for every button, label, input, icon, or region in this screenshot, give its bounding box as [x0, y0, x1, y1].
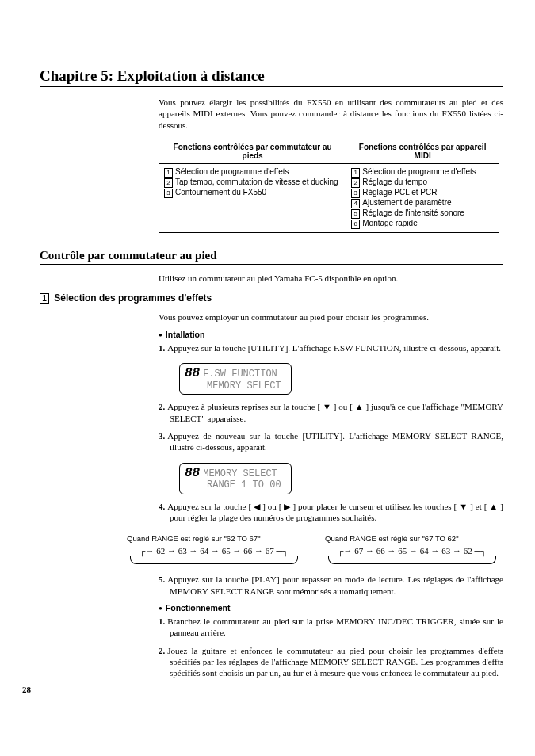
page-number: 28 — [22, 685, 31, 694]
func-step-2: 2.Jouez la guitare et enfoncez le commut… — [159, 645, 503, 679]
range-label-left: Quand RANGE est réglé sur "62 TO 67" — [127, 534, 301, 543]
install-step-4: 4.Appuyez sur la touche [ ◀ ] ou [ ▶ ] p… — [159, 501, 503, 524]
left-item-1: Sélection de programme d'effets — [175, 167, 289, 176]
table-cell-right: 1Sélection de programme d'effets 2Réglag… — [346, 163, 499, 232]
manual-page: Chapitre 5: Exploitation à distance Vous… — [0, 0, 535, 708]
chapter-intro: Vous pouvez élargir les possibilités du … — [159, 97, 503, 131]
left-item-3: Contournement du FX550 — [175, 188, 266, 197]
right-item-2: Réglage du tempo — [362, 178, 427, 186]
right-item-6: Montage rapide — [362, 219, 418, 227]
range-label-right: Quand RANGE est réglé sur "67 TO 62" — [325, 534, 499, 543]
install-step-1: 1.Appuyez sur la touche [UTILITY]. L'aff… — [159, 342, 503, 353]
table-header-right: Fonctions contrôlées par appareil MIDI — [346, 139, 499, 163]
section-title: Contrôle par commutateur au pied — [40, 249, 503, 262]
lcd-display-2: 88MEMORY SELECT RANGE 1 TO 00 — [179, 463, 292, 494]
functions-table: Fonctions contrôlées par commutateur au … — [159, 139, 499, 233]
lcd-display-1: 88F.SW FUNCTION MEMORY SELECT — [179, 363, 292, 395]
install-step-3: 3.Appuyez de nouveau sur la touche [UTIL… — [159, 430, 503, 453]
section-rule — [40, 264, 503, 265]
right-item-1: Sélection de programme d'effets — [362, 167, 476, 176]
table-cell-left: 1Sélection de programme d'effets 2Tap te… — [159, 163, 346, 232]
right-item-3: Réglage PCL et PCR — [362, 188, 437, 197]
install-step-5: 5.Appuyez sur la touche [PLAY] pour repa… — [159, 574, 503, 597]
subsection-intro: Vous pouvez employer un commutateur au p… — [159, 312, 503, 322]
chapter-underline — [40, 86, 503, 87]
range-diagram: Quand RANGE est réglé sur "62 TO 67" ┌→ … — [127, 529, 499, 564]
func-step-1: 1.Branchez le commutateur au pied sur la… — [159, 616, 503, 639]
table-header-left: Fonctions contrôlées par commutateur au … — [159, 139, 346, 163]
functioning-header: Fonctionnement — [159, 603, 503, 613]
range-seq-right: ┌→ 67 → 66 → 65 → 64 → 63 → 62 ─┐ — [325, 546, 499, 556]
top-rule — [40, 48, 503, 48]
section-intro: Utilisez un commutateur au pied Yamaha F… — [159, 273, 503, 283]
install-step-2: 2.Appuyez à plusieurs reprises sur la to… — [159, 401, 503, 424]
right-item-4: Ajustement de paramètre — [362, 198, 451, 207]
right-item-5: Réglage de l'intensité sonore — [362, 208, 464, 217]
subsection-title: 1 Sélection des programmes d'effets — [40, 292, 503, 304]
left-item-2: Tap tempo, commutation de vitesse et duc… — [175, 178, 338, 186]
installation-header: Intallation — [159, 330, 503, 339]
chapter-title: Chapitre 5: Exploitation à distance — [40, 67, 503, 85]
range-seq-left: ┌→ 62 → 63 → 64 → 65 → 66 → 67 ─┐ — [127, 546, 301, 556]
